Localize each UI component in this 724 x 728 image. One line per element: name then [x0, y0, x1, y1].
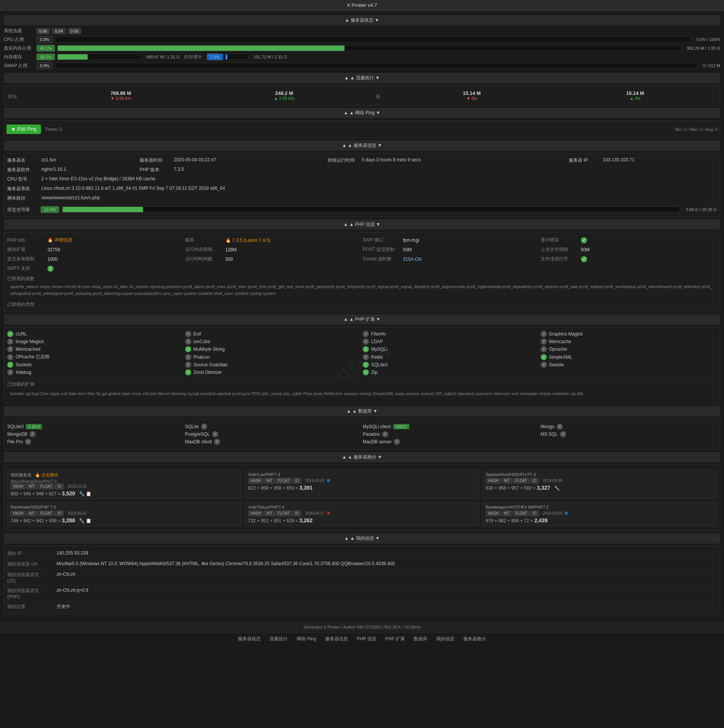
traffic-set-label: 设 [367, 90, 389, 101]
server-card-bwg: Bandwagon/HOST/KV MI/PHP7.2 HASHINTFLOAT… [482, 502, 717, 526]
nav-ping[interactable]: 网络 Ping [297, 636, 316, 641]
server-info-header[interactable]: ▲ 服务器信息 ▼ [4, 140, 720, 151]
ext-fileinfo: ✗Fileinfo [363, 331, 539, 337]
ext-gmagick: ✗Graphics Magick [541, 331, 717, 337]
os-label: 服务器系统 [4, 184, 38, 194]
disk-progress-bar [63, 207, 143, 212]
php-version-item: 版本 🔥 7.3.5 (Latest 7.4.5) [185, 236, 362, 244]
socket-timeout-value: 315A.CN [403, 257, 422, 262]
traffic-header[interactable]: ▲ 流量统计 ▼ [4, 73, 720, 83]
start-ping-button[interactable]: ★ 开始 Ping [6, 124, 41, 134]
db-filepro: File Pro ✗ [7, 439, 184, 445]
server-name-value: zz1.fun [38, 156, 137, 165]
ping-stats: Min: 0 / Max: 0 / Avg: 0 [675, 127, 718, 132]
ext-ioncube: ✗ionCube [185, 339, 362, 345]
server-card-vultr-lax: Vultr/Lax/PHP7.3 HASHINTFLOATIO 2019-03-… [245, 470, 479, 499]
swap-label: SWAP 占用 [4, 63, 34, 69]
disk-progress-container [62, 206, 680, 213]
load5-badge: 0.04 [52, 28, 65, 34]
php-version-value: 🔥 7.3.5 (Latest 7.4.5) [225, 238, 271, 243]
sapi-label: SAPI 接口 [363, 237, 401, 243]
db-paradox-icon: ✗ [382, 431, 388, 437]
exec-time-label: 运行时时间数 [185, 256, 223, 262]
disk-percent-badge: 12.9% [41, 206, 59, 213]
db-sqlite: SQLite ✗ [185, 424, 362, 430]
db-mssql: MS SQL ✗ [541, 431, 717, 437]
ext-count-value: 32759 [47, 247, 60, 252]
server-time-label: 服务器时间 [137, 156, 171, 165]
mem-limit-value: 128M [225, 247, 237, 252]
db-maxdb-client-label: MaxDB client [185, 439, 212, 444]
server-vultr-lax-name: Vultr/Lax/PHP7.3 [248, 472, 476, 477]
ping-section: ★ 开始 Ping Times: 0 Min: 0 / Max: 0 / Avg… [4, 120, 720, 138]
db-mssql-label: MS SQL [541, 432, 558, 437]
disk-right-label: 5.06 G / 39.25 G [686, 207, 717, 212]
cpu-row: CPU 占用 0.0% 0.0% / 100% [4, 36, 720, 43]
system-load-label: 系统负载 [4, 28, 34, 34]
server-card-vultr-tokyo: Vultr/Tokyo/PHP7.4 HASHINTFLOATIO 2020-0… [245, 502, 479, 526]
my-ip-label: 我的 IP [4, 548, 54, 559]
footer-text: Generator X Prober / Author INN STUDIO /… [304, 625, 420, 629]
post-limit-label: POST 提交限制 [363, 246, 401, 253]
nav-benchmark[interactable]: 服务器跑分 [463, 636, 486, 641]
ext-xdebug: ✗Xdebug [7, 369, 184, 375]
nav-server-info[interactable]: 服务器信息 [325, 636, 348, 641]
db-sqlite3: SQLite3 3.24.0 [7, 424, 184, 430]
db-maxdb-client: MaxDB client ✗ [185, 439, 362, 445]
db-maxdb-client-icon: ✗ [214, 439, 220, 445]
memory-cache-badge1: 36.5% [36, 54, 55, 60]
cpu-label: CPU 占用 [4, 36, 34, 43]
db-header[interactable]: ▲ 数据库 ▼ [4, 406, 720, 416]
ping-header[interactable]: ▲ 网络 Ping ▼ [4, 108, 720, 118]
swap-progress-container [55, 63, 697, 69]
cpu-model-label: CPU 型号 [4, 175, 38, 184]
server-mine-location: Aliyun/HangZhou/PH/7.3 [11, 479, 238, 484]
ext-sockets: ✓Sockets [7, 362, 184, 368]
ext-redis: ✗Redis [363, 354, 539, 360]
my-ua-label: 我的浏览器 UA [4, 559, 54, 569]
traffic-dl: 769.86 M ▼ 3.93 K/s [40, 90, 202, 101]
nav-my-info[interactable]: 我的信息 [436, 636, 455, 641]
my-location-value: 开发中 [54, 601, 720, 612]
memory-cache-progress1 [57, 54, 141, 60]
php-info-link[interactable]: 🔥 详细信息 [47, 237, 72, 243]
nav-db[interactable]: 数据库 [414, 636, 427, 641]
server-mine-hash: HASHINTFLOATIO 2019.12.20 [11, 484, 238, 489]
nav-php-ext[interactable]: PHP 扩展 [385, 636, 405, 641]
db-mongo-icon: ✗ [557, 424, 563, 430]
disabled-funcs-label: 已禁用的函数 [7, 276, 35, 281]
upload-limit-label: 上传文件限制 [541, 246, 579, 253]
server-card-mine: 我的服务器 🔥 点击测试 Aliyun/HangZhou/PH/7.3 HASH… [7, 470, 242, 499]
ext-phalcon: ✗Phalcon [185, 354, 362, 360]
php-info-header[interactable]: ▲ PHP 信息 ▼ [4, 219, 720, 230]
benchmark-header[interactable]: ▲ 服务器跑分 ▼ [4, 452, 720, 462]
nav-server-status[interactable]: 服务器状态 [238, 636, 261, 641]
swap-badge: 0.0% [36, 62, 53, 69]
ext-ldap: ✗LDAP [363, 339, 539, 345]
my-info-header[interactable]: ▲ 我的信息 ▼ [4, 533, 720, 544]
server-ip-value: 103.135.103.71 [600, 156, 720, 165]
server-ramnode-hash: HASHINTFLOATIO 2019.09.02 [11, 511, 238, 516]
php-info-item: PHP info 🔥 详细信息 [7, 236, 184, 244]
nav-traffic[interactable]: 流量统计 [269, 636, 288, 641]
ext-imagick: ✗Image Magick [7, 339, 184, 345]
php-version-label: 版本 [185, 237, 223, 243]
db-sqlite3-label: SQLite3 [7, 424, 24, 429]
exec-time-value: 300 [225, 257, 233, 262]
my-ip-value: 140.255.93.239 [54, 548, 720, 559]
db-filepro-icon: ✗ [25, 439, 31, 445]
ext-mysqli: ✓MySQLi [363, 346, 539, 352]
disabled-types-label: 已禁用的类型 [7, 302, 35, 307]
cpu-model-value: 2 × Intel Xeon E3-12xx v2 (Ivy Bridge) /… [38, 175, 720, 184]
disabled-funcs-value: apache_setenv chgrp chown chroot dl exec… [7, 282, 717, 298]
server-status-header[interactable]: 服务器状态 ▼ [4, 15, 720, 25]
real-memory-progress-bar [58, 46, 345, 51]
my-lang-php-label: 我的浏览器语言(PHP) [4, 585, 54, 601]
traffic-section: 前台 769.86 M ▼ 3.93 K/s 248.2 M ▲ 2.55 K/… [4, 85, 720, 106]
db-postgresql: PostgreSQL ✗ [185, 431, 362, 437]
server-spartan-name: SpartanHost/HDD/PH P7.3 [486, 472, 713, 477]
nav-php-info[interactable]: PHP 信息 [357, 636, 376, 641]
db-maxdb-server: MaxDB server ✗ [363, 439, 539, 445]
php-ext-header[interactable]: ▲ PHP 扩展 ▼ [4, 314, 720, 325]
ext-swoole: ✗Swoole [541, 362, 717, 368]
